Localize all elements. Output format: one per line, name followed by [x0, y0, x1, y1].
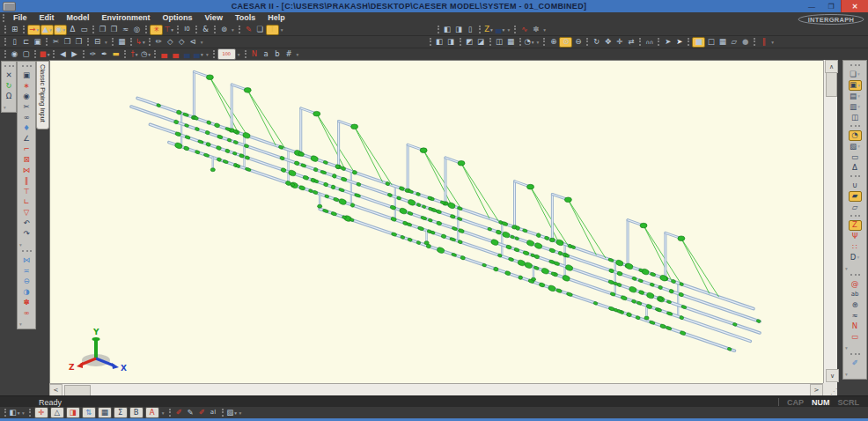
toolbar-overflow[interactable]: ▾ — [771, 40, 774, 45]
toolbar-grip[interactable] — [195, 26, 197, 33]
cut-button[interactable]: ✂ — [50, 37, 62, 47]
pan-view-button[interactable]: ✛ — [614, 37, 625, 47]
zoom-in-button[interactable]: ⊕ — [548, 37, 559, 47]
n-red-button[interactable]: N — [850, 321, 861, 331]
save-input-button[interactable]: ▣ — [21, 70, 33, 80]
toolbar-grip[interactable] — [46, 38, 48, 46]
insert-element-after-button[interactable]: ❒ — [108, 25, 120, 34]
toolbar-grip[interactable] — [4, 409, 6, 417]
toolbar-grip[interactable] — [543, 38, 545, 46]
toolbar-grip[interactable] — [154, 50, 156, 58]
element-cone-button[interactable]: ▲▾ — [40, 25, 54, 35]
model-viewport[interactable]: YXZ — [49, 60, 824, 384]
toolbar-overflow[interactable]: ▾ — [845, 345, 848, 351]
flange-pair-button[interactable]: ≍ — [21, 266, 33, 276]
toolbar-grip[interactable] — [22, 65, 32, 67]
edit-check-button[interactable]: ✏ — [153, 37, 165, 47]
export-model-button[interactable]: ↳▾ — [135, 37, 146, 47]
zoom-out-button[interactable]: ⊖ — [572, 37, 584, 47]
elev-view-1-button[interactable]: ◫ — [494, 37, 505, 47]
toolbar-overflow[interactable]: ▾ — [4, 105, 6, 110]
toolbar-grip[interactable] — [145, 26, 147, 33]
toolbar-grip[interactable] — [519, 38, 521, 46]
export-model-dropdown[interactable]: ▾ — [143, 40, 145, 45]
select-node-cursor-button[interactable]: ➤ — [673, 37, 685, 47]
elbow-element-button[interactable]: ∟ — [21, 197, 33, 207]
toolbar-grip[interactable] — [4, 38, 6, 46]
iso-view-1-button[interactable]: ◧ — [434, 37, 445, 47]
toolbar-grip[interactable] — [169, 409, 171, 417]
node-increment-button[interactable]: →▾ — [27, 25, 40, 35]
toolbar-grip[interactable] — [460, 38, 461, 46]
toolbar-grip[interactable] — [639, 38, 641, 46]
d-menu-button[interactable]: D▾ — [850, 253, 861, 262]
toolbar-overflow[interactable]: ▾ — [19, 242, 22, 247]
toolbar-grip[interactable] — [754, 38, 755, 46]
toolbar-grip[interactable] — [430, 38, 431, 46]
people-scale-button[interactable]: ∩∩ — [644, 37, 655, 47]
toolbar-grip[interactable] — [688, 38, 689, 46]
temperature-case-button[interactable]: †▾ — [129, 49, 140, 59]
toolbar-overflow[interactable]: ▾ — [845, 372, 848, 377]
scroll-left-button[interactable]: < — [49, 384, 63, 396]
resize-grip[interactable]: ⋰ — [823, 383, 837, 395]
cylinder-view-button[interactable]: ▱ — [728, 37, 739, 47]
expansion-joint-button[interactable]: ⊠ — [21, 155, 33, 165]
copy-button[interactable]: ❐ — [62, 37, 73, 47]
tool-strike-button[interactable]: A — [145, 407, 159, 418]
scroll-right-button[interactable]: > — [810, 384, 823, 396]
toolbar-grip[interactable] — [149, 38, 151, 46]
restraint-car-4-button[interactable]: ▄▾ — [193, 49, 204, 59]
vertical-scroll-thumb[interactable] — [826, 72, 837, 97]
find-key-button[interactable]: & — [200, 25, 211, 34]
skew-left-button[interactable]: ◇ — [165, 37, 176, 47]
circle-pair-button[interactable]: ⊛ — [850, 300, 861, 310]
toolbar-grip[interactable] — [850, 274, 860, 276]
option-a-button[interactable]: a — [261, 49, 272, 59]
window-split-button[interactable]: ⊞ — [9, 25, 20, 34]
tool-halfbox-button[interactable]: ◨ — [66, 407, 80, 418]
toolbar-grip[interactable] — [850, 215, 860, 217]
toolbar-overflow[interactable]: ▾ — [206, 52, 209, 57]
workbench-tool-button[interactable]: ✑ — [87, 49, 99, 59]
wireframe-mode-dropdown[interactable]: ▾ — [857, 93, 860, 99]
horizontal-scrollbar[interactable]: < > — [49, 383, 823, 396]
length-tool-button[interactable]: ∠ — [21, 134, 33, 144]
cut-element-button[interactable]: ✂ — [21, 102, 33, 112]
scroll-down-button[interactable]: ∨ — [826, 369, 839, 382]
grid-cube-button[interactable]: ▦ — [717, 37, 728, 47]
tool-sigma-button[interactable]: Σ — [114, 407, 128, 418]
menu-tools[interactable]: Tools — [229, 12, 261, 24]
boat-symbol-button[interactable]: ▰ — [849, 191, 862, 202]
card-view-button[interactable]: ▭ — [850, 152, 861, 162]
marker-gold-dropdown[interactable]: ▾ — [490, 27, 493, 33]
menu-file[interactable]: File — [7, 12, 33, 24]
valve-element-button[interactable]: ⋈ — [21, 166, 33, 175]
toolbar-grip[interactable] — [4, 65, 14, 67]
volume-plot-dropdown[interactable]: ▾ — [857, 71, 860, 77]
section-bars-button[interactable]: ‖ — [758, 37, 769, 47]
toolbar-grip[interactable] — [92, 26, 94, 33]
toolbar-grip[interactable] — [479, 26, 481, 33]
text-tool-button[interactable]: T — [266, 25, 279, 35]
flag-node-button[interactable]: N — [249, 49, 261, 59]
valve-pair-button[interactable]: ⋈ — [21, 255, 33, 265]
toolbar-grip[interactable] — [124, 50, 126, 58]
phone-red-button[interactable]: @ — [850, 279, 861, 289]
tool-triangle-button[interactable]: △ — [50, 407, 64, 418]
toolbar-grip[interactable] — [23, 26, 25, 33]
temperature-case-dropdown[interactable]: ▾ — [136, 52, 138, 57]
refresh-model-button[interactable]: ↻ — [4, 81, 15, 91]
image-tool-dropdown[interactable]: ▾ — [234, 410, 237, 416]
option-b-button[interactable]: b — [272, 49, 283, 59]
toolbar-grip[interactable] — [29, 409, 31, 417]
sphere-view-button[interactable]: ● — [739, 37, 751, 47]
view-orientation-dropdown[interactable]: ▾ — [18, 410, 20, 416]
toolbar-grip[interactable] — [4, 50, 6, 58]
terrain-view-button[interactable]: ▄▾ — [495, 25, 506, 34]
render-mode-dropdown[interactable]: ▾ — [857, 83, 860, 88]
annotate-pen-button[interactable]: ✎ — [243, 25, 254, 34]
paste-button[interactable]: ❒ — [73, 37, 85, 47]
walkthrough-button[interactable]: ⇄ — [625, 37, 636, 47]
dome-shade-button[interactable]: ◔ — [849, 130, 862, 141]
